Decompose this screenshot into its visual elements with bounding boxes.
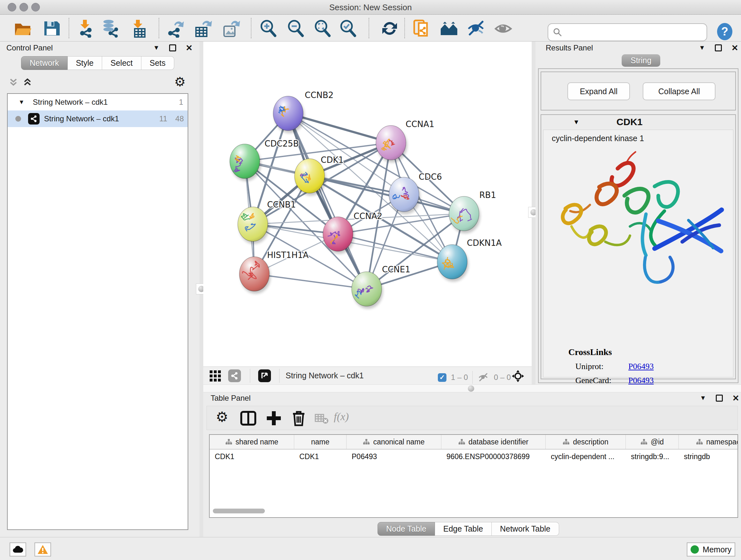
tab-network[interactable]: Network (21, 56, 68, 70)
panel-close-icon[interactable]: ✕ (732, 395, 739, 401)
expand-all-icon[interactable] (23, 78, 34, 87)
network-graph[interactable]: CCNB2CCNA1CDC25BCDK1CDC6RB1CCNB1CCNA2CDK… (203, 42, 532, 367)
node-CDC25B[interactable]: CDC25B (230, 139, 299, 181)
cell-description[interactable]: cyclin-dependent ... (546, 449, 626, 463)
node-CCNB1[interactable]: CCNB1 (238, 200, 296, 244)
new-network-from-selection-icon[interactable] (412, 19, 431, 38)
first-neighbors-icon[interactable] (440, 19, 458, 38)
edge-CCNB2-CCNE1[interactable] (288, 113, 367, 289)
panel-collapse-icon[interactable]: ▼ (700, 394, 706, 401)
cell-name[interactable]: CDK1 (294, 449, 347, 463)
node-HIST1H1A[interactable]: HIST1H1A (239, 250, 309, 294)
column-header-canonical-name[interactable]: canonical name (347, 435, 441, 449)
shared-column-icon (696, 439, 703, 445)
cell-namespace[interactable]: stringdb (679, 449, 738, 463)
tab-style[interactable]: Style (68, 56, 103, 70)
column-header-name[interactable]: name (294, 435, 347, 449)
column-header-@id[interactable]: @id (626, 435, 679, 449)
network-collection-row[interactable]: ▼ String Network – cdk1 1 (8, 94, 188, 111)
panel-collapse-icon[interactable]: ▼ (699, 44, 705, 51)
crosslinks-title: CrossLinks (568, 347, 733, 357)
cell-shared-name[interactable]: CDK1 (210, 449, 294, 463)
table-header-row: shared namenamecanonical namedatabase id… (210, 435, 738, 449)
warning-button[interactable] (35, 543, 51, 557)
network-badge-icon[interactable] (228, 369, 241, 382)
gene-name: CDK1 (616, 117, 643, 127)
zoom-out-icon[interactable] (286, 19, 305, 38)
panel-float-icon[interactable] (715, 44, 722, 51)
cell-canonical-name[interactable]: P06493 (347, 449, 441, 463)
section-expander-icon[interactable]: ▼ (573, 118, 580, 126)
cloud-button[interactable] (10, 543, 26, 557)
memory-button[interactable]: Memory (687, 543, 735, 557)
crosslink-link[interactable]: P06493 (628, 376, 654, 385)
tab-network-table[interactable]: Network Table (492, 522, 559, 536)
horizontal-splitter[interactable] (203, 384, 741, 392)
import-network-icon[interactable] (76, 19, 94, 38)
table-options-gear-icon[interactable]: ⚙ (216, 411, 228, 423)
delete-column-icon[interactable] (290, 410, 307, 427)
network-canvas[interactable]: CCNB2CCNA1CDC25BCDK1CDC6RB1CCNB1CCNA2CDK… (203, 42, 532, 367)
search-input[interactable] (562, 28, 699, 37)
pan-tool-icon[interactable] (511, 369, 525, 383)
edge-HIST1H1A-CCNE1[interactable] (254, 274, 367, 289)
cell-@id[interactable]: stringdb:9... (626, 449, 679, 463)
export-table-icon[interactable] (193, 19, 212, 38)
search-box[interactable] (548, 23, 707, 41)
column-header-namespace[interactable]: namespace (679, 435, 738, 449)
grid-view-icon[interactable] (210, 370, 222, 382)
export-image-icon[interactable] (221, 19, 240, 38)
apply-layout-icon[interactable] (381, 19, 399, 38)
tab-sets[interactable]: Sets (141, 56, 174, 70)
left-splitter[interactable] (199, 42, 203, 537)
panel-close-icon[interactable]: ✕ (731, 44, 738, 51)
zoom-fit-icon[interactable] (313, 19, 332, 38)
table-row[interactable]: CDK1CDK1P064939606.ENSP00000378699cyclin… (210, 449, 738, 463)
tree-expander-icon[interactable]: ▼ (18, 99, 24, 106)
network-row[interactable]: String Network – cdk1 11 48 (8, 111, 188, 127)
add-column-icon[interactable] (266, 410, 282, 427)
open-session-icon[interactable] (13, 19, 32, 38)
save-session-icon[interactable] (42, 19, 61, 38)
delete-table-icon[interactable] (315, 413, 329, 425)
crosslink-link[interactable]: P06493 (628, 362, 654, 371)
tab-select[interactable]: Select (102, 56, 141, 70)
hide-selection-icon[interactable] (467, 19, 485, 38)
import-table-icon[interactable] (129, 19, 147, 38)
results-tab-string[interactable]: String (622, 54, 660, 67)
tab-edge-table[interactable]: Edge Table (435, 522, 492, 536)
node-CCNE1[interactable]: CCNE1 (352, 265, 410, 309)
gene-section: ▼ CDK1 cyclin-dependent kinase 1 (541, 114, 736, 379)
selected-nodes-checkbox[interactable]: ✓ (438, 373, 447, 382)
column-header-description[interactable]: description (546, 435, 626, 449)
node-table[interactable]: shared namenamecanonical namedatabase id… (209, 434, 738, 518)
panel-close-icon[interactable]: ✕ (186, 44, 193, 51)
column-header-shared-name[interactable]: shared name (210, 435, 294, 449)
panel-float-icon[interactable] (169, 44, 176, 51)
node-CDC6[interactable]: CDC6 (389, 172, 442, 214)
table-type-tabs: Node TableEdge TableNetwork Table (378, 522, 559, 536)
export-network-icon[interactable] (166, 19, 185, 38)
column-header-database-identifier[interactable]: database identifier (441, 435, 546, 449)
help-icon[interactable]: ? (716, 22, 734, 41)
zoom-in-icon[interactable] (259, 19, 278, 38)
tab-node-table[interactable]: Node Table (378, 522, 435, 536)
expand-all-button[interactable]: Expand All (567, 82, 630, 100)
cell-database-identifier[interactable]: 9606.ENSP00000378699 (441, 449, 546, 463)
gene-section-header[interactable]: ▼ CDK1 (541, 115, 735, 129)
collapse-all-icon[interactable] (9, 78, 20, 87)
right-splitter[interactable] (532, 42, 536, 384)
birds-eye-view-icon[interactable] (258, 369, 271, 382)
function-builder-icon[interactable]: f(x) (334, 411, 349, 423)
node-CDKN1A[interactable]: CDKN1A (437, 238, 502, 282)
import-network-database-icon[interactable] (102, 19, 120, 38)
zoom-selected-icon[interactable] (339, 19, 357, 38)
node-RB1[interactable]: RB1 (449, 190, 496, 233)
show-all-icon[interactable] (494, 19, 513, 38)
panel-collapse-icon[interactable]: ▼ (153, 44, 159, 51)
collapse-all-button[interactable]: Collapse All (643, 82, 716, 100)
table-horizontal-scrollbar[interactable] (213, 509, 265, 513)
panel-float-icon[interactable] (716, 395, 723, 401)
network-options-gear-icon[interactable]: ⚙ (174, 75, 186, 88)
show-columns-icon[interactable] (240, 410, 257, 427)
